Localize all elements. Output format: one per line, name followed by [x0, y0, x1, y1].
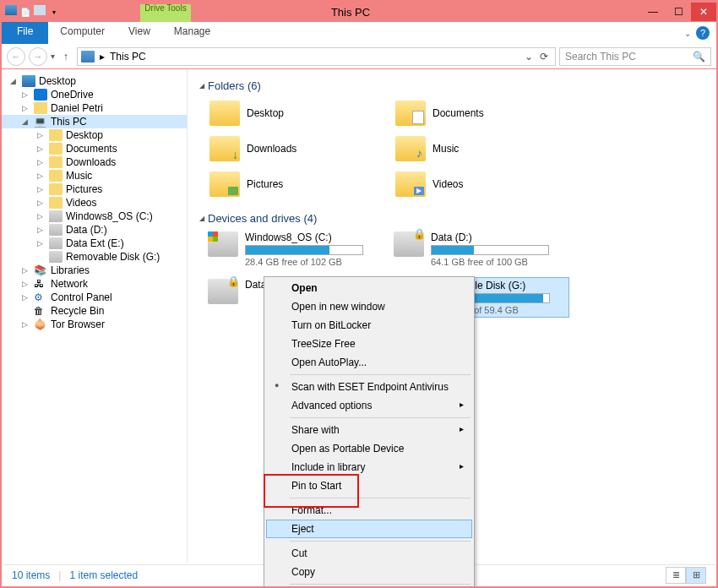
- drive-c[interactable]: Windows8_OS (C:) 28.4 GB free of 102 GB: [206, 230, 383, 269]
- tree-sub-desktop[interactable]: ▷Desktop: [2, 128, 187, 142]
- drive-d[interactable]: Data (D:) 64.1 GB free of 100 GB: [392, 230, 569, 269]
- ctx-share[interactable]: Share with: [266, 421, 472, 439]
- tab-file[interactable]: File: [2, 22, 48, 44]
- drive-free: 28.4 GB free of 102 GB: [245, 257, 382, 267]
- drive-label: Data (D:): [431, 231, 568, 243]
- ctx-bitlocker[interactable]: Turn on BitLocker: [266, 316, 472, 335]
- drive-icon: [208, 279, 238, 304]
- ribbon-tabs: File Computer View Manage ⌄ ?: [2, 22, 716, 44]
- tree-tor[interactable]: ▷Tor Browser: [2, 318, 187, 331]
- folder-documents[interactable]: Documents: [392, 97, 569, 129]
- view-icons-button[interactable]: ⊞: [686, 567, 706, 584]
- tree-drive-d[interactable]: ▷Data (D:): [2, 223, 187, 237]
- drives-header[interactable]: Devices and drives (4): [199, 212, 704, 225]
- folder-pictures[interactable]: Pictures: [206, 168, 383, 200]
- tree-user[interactable]: ▷Daniel Petri: [2, 101, 187, 115]
- tree-onedrive[interactable]: ▷OneDrive: [2, 88, 187, 101]
- expand-ribbon-icon[interactable]: ⌄: [684, 29, 691, 38]
- drive-label: Windows8_OS (C:): [245, 231, 382, 243]
- address-bar: ← → ▾ ↑ ▸ This PC ⌄ ⟳ Search This PC 🔍: [2, 44, 716, 69]
- search-icon: 🔍: [693, 51, 705, 63]
- ctx-portable[interactable]: Open as Portable Device: [266, 439, 472, 458]
- address-input[interactable]: ▸ This PC ⌄ ⟳: [77, 47, 556, 66]
- maximize-button[interactable]: ☐: [666, 3, 691, 21]
- sys-icon[interactable]: [5, 5, 17, 15]
- back-button[interactable]: ←: [7, 47, 25, 66]
- ctx-pin-start[interactable]: Pin to Start: [266, 476, 472, 495]
- tab-view[interactable]: View: [117, 22, 162, 44]
- ctx-include-lib[interactable]: Include in library: [266, 458, 472, 476]
- tree-network[interactable]: ▷Network: [2, 277, 187, 291]
- folder-downloads[interactable]: Downloads: [206, 133, 383, 165]
- ctx-autoplay[interactable]: Open AutoPlay...: [266, 353, 472, 372]
- ctx-cut[interactable]: Cut: [266, 544, 472, 563]
- search-placeholder: Search This PC: [565, 51, 636, 63]
- tree-sub-music[interactable]: ▷Music: [2, 169, 187, 182]
- drive-tools-context-tab[interactable]: Drive Tools: [140, 4, 191, 22]
- ctx-open[interactable]: Open: [266, 279, 472, 297]
- tab-manage[interactable]: Manage: [162, 22, 222, 44]
- tree-drive-g[interactable]: Removable Disk (G:): [2, 250, 187, 264]
- drive-free: 64.1 GB free of 100 GB: [431, 257, 568, 267]
- tree-thispc[interactable]: ◢This PC: [2, 115, 187, 128]
- nav-tree: ◢Desktop ▷OneDrive ▷Daniel Petri ◢This P…: [2, 69, 188, 563]
- forward-button[interactable]: →: [29, 47, 47, 66]
- folder-desktop[interactable]: Desktop: [206, 97, 383, 129]
- tree-sub-videos[interactable]: ▷Videos: [2, 196, 187, 210]
- minimize-button[interactable]: —: [640, 3, 666, 21]
- tree-cpanel[interactable]: ▷Control Panel: [2, 291, 187, 304]
- view-details-button[interactable]: ≣: [666, 567, 686, 584]
- tree-drive-c[interactable]: ▷Windows8_OS (C:): [2, 210, 187, 223]
- drive-icon: [394, 231, 424, 257]
- tree-recycle[interactable]: Recycle Bin: [2, 304, 187, 318]
- folder-videos[interactable]: Videos: [392, 168, 569, 200]
- ctx-treesize[interactable]: TreeSize Free: [266, 335, 472, 353]
- tree-sub-downloads[interactable]: ▷Downloads: [2, 155, 187, 169]
- address-dropdown-icon[interactable]: ⌄: [525, 51, 533, 63]
- titlebar: 📄 ▾ This PC — ☐ ✕: [2, 2, 716, 22]
- tree-sub-documents[interactable]: ▷Documents: [2, 142, 187, 155]
- history-dropdown-icon[interactable]: ▾: [51, 52, 55, 61]
- refresh-icon[interactable]: ⟳: [540, 51, 548, 63]
- tree-libraries[interactable]: ▷Libraries: [2, 264, 187, 277]
- ctx-eject[interactable]: Eject: [266, 520, 472, 538]
- qat-props-icon[interactable]: [34, 5, 46, 15]
- qat-dropdown-icon[interactable]: ▾: [47, 5, 61, 19]
- tree-sub-pictures[interactable]: ▷Pictures: [2, 182, 187, 196]
- pc-icon: [81, 51, 95, 63]
- qat-new-icon[interactable]: 📄: [19, 5, 32, 19]
- help-icon[interactable]: ?: [696, 26, 710, 40]
- status-selected: 1 item selected: [69, 569, 138, 581]
- close-button[interactable]: ✕: [691, 3, 716, 21]
- ctx-advanced[interactable]: Advanced options: [266, 396, 472, 415]
- folders-header[interactable]: Folders (6): [199, 79, 704, 92]
- ctx-copy[interactable]: Copy: [266, 563, 472, 581]
- up-button[interactable]: ↑: [58, 50, 73, 63]
- folder-music[interactable]: Music: [392, 133, 569, 165]
- status-items: 10 items: [12, 569, 50, 581]
- address-text: This PC: [110, 51, 146, 63]
- context-menu: Open Open in new window Turn on BitLocke…: [264, 276, 475, 588]
- ctx-open-new[interactable]: Open in new window: [266, 297, 472, 316]
- tree-drive-e[interactable]: ▷Data Ext (E:): [2, 237, 187, 250]
- search-input[interactable]: Search This PC 🔍: [559, 47, 711, 66]
- ctx-format[interactable]: Format...: [266, 501, 472, 520]
- ctx-eset[interactable]: Scan with ESET Endpoint Antivirus: [266, 378, 472, 396]
- tree-desktop[interactable]: ◢Desktop: [2, 74, 187, 88]
- tab-computer[interactable]: Computer: [48, 22, 117, 44]
- drive-icon: [208, 231, 238, 257]
